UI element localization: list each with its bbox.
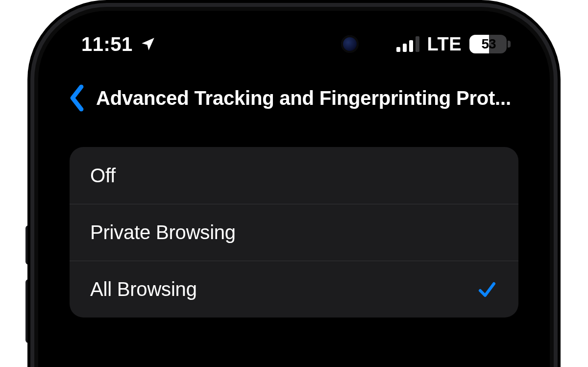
- network-type: LTE: [427, 34, 462, 55]
- status-bar: 11:51 LTE 53: [47, 20, 541, 69]
- option-label: Private Browsing: [90, 221, 236, 244]
- screen: 11:51 LTE 53 Advanced Trackin: [47, 20, 541, 367]
- option-all-browsing[interactable]: All Browsing: [70, 261, 518, 318]
- option-label: Off: [90, 165, 116, 187]
- status-left: 11:51: [81, 33, 156, 55]
- option-label: All Browsing: [90, 278, 197, 300]
- back-button[interactable]: [67, 84, 87, 112]
- option-off[interactable]: Off: [70, 147, 518, 204]
- phone-frame: 11:51 LTE 53 Advanced Trackin: [38, 11, 550, 367]
- battery-icon: 53: [469, 35, 507, 53]
- volume-down-button: [25, 279, 34, 343]
- status-time: 11:51: [81, 33, 133, 55]
- options-list: Off Private Browsing All Browsing: [70, 147, 518, 318]
- option-private-browsing[interactable]: Private Browsing: [70, 204, 518, 261]
- battery-percent: 53: [469, 36, 507, 52]
- location-arrow-icon: [140, 36, 156, 52]
- page-title: Advanced Tracking and Fingerprinting Pro…: [96, 87, 521, 109]
- status-right: LTE 53: [396, 34, 507, 55]
- checkmark-icon: [476, 279, 498, 300]
- volume-up-button: [25, 225, 34, 265]
- nav-header: Advanced Tracking and Fingerprinting Pro…: [47, 78, 541, 118]
- cell-signal-icon: [396, 36, 419, 52]
